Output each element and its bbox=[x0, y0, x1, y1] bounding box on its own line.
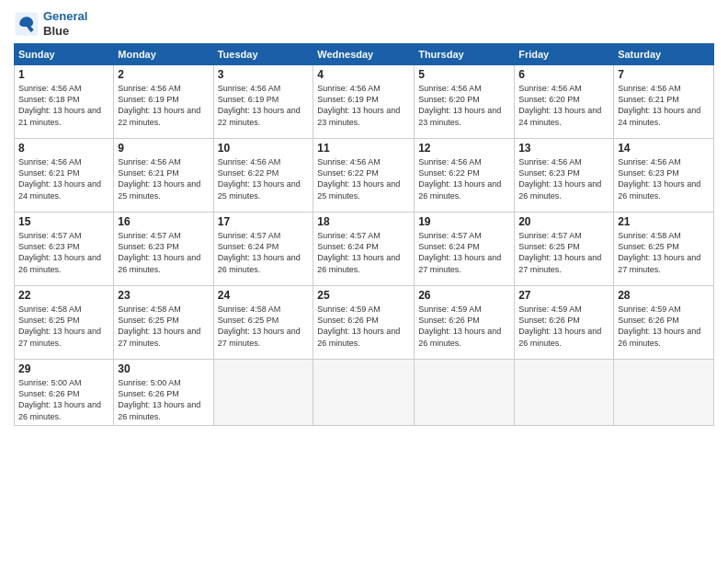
day-info: Sunrise: 4:56 AMSunset: 6:22 PMDaylight:… bbox=[218, 156, 310, 201]
day-cell: 1Sunrise: 4:56 AMSunset: 6:18 PMDaylight… bbox=[15, 65, 114, 139]
day-cell: 22Sunrise: 4:58 AMSunset: 6:25 PMDayligh… bbox=[15, 286, 114, 360]
header-row-days: SundayMondayTuesdayWednesdayThursdayFrid… bbox=[15, 44, 714, 65]
day-cell: 21Sunrise: 4:58 AMSunset: 6:25 PMDayligh… bbox=[614, 213, 714, 286]
logo-text: General Blue bbox=[43, 9, 87, 38]
header-tuesday: Tuesday bbox=[213, 44, 313, 65]
day-number: 15 bbox=[18, 215, 109, 228]
day-cell: 15Sunrise: 4:57 AMSunset: 6:23 PMDayligh… bbox=[15, 213, 114, 286]
day-info: Sunrise: 4:57 AMSunset: 6:24 PMDaylight:… bbox=[317, 230, 410, 275]
day-cell: 16Sunrise: 4:57 AMSunset: 6:23 PMDayligh… bbox=[114, 213, 213, 286]
day-number: 5 bbox=[418, 68, 510, 81]
day-number: 11 bbox=[317, 142, 410, 155]
day-info: Sunrise: 4:56 AMSunset: 6:19 PMDaylight:… bbox=[118, 83, 209, 128]
logo-icon bbox=[14, 11, 40, 37]
calendar-table: SundayMondayTuesdayWednesdayThursdayFrid… bbox=[14, 43, 714, 426]
day-cell: 12Sunrise: 4:56 AMSunset: 6:22 PMDayligh… bbox=[415, 139, 515, 213]
day-info: Sunrise: 4:59 AMSunset: 6:26 PMDaylight:… bbox=[317, 304, 410, 349]
day-cell: 8Sunrise: 4:56 AMSunset: 6:21 PMDaylight… bbox=[15, 139, 114, 213]
day-info: Sunrise: 4:56 AMSunset: 6:19 PMDaylight:… bbox=[317, 83, 410, 128]
day-cell: 27Sunrise: 4:59 AMSunset: 6:26 PMDayligh… bbox=[515, 286, 614, 360]
header-monday: Monday bbox=[114, 44, 213, 65]
day-cell: 23Sunrise: 4:58 AMSunset: 6:25 PMDayligh… bbox=[114, 286, 213, 360]
day-number: 28 bbox=[618, 289, 710, 302]
day-cell: 11Sunrise: 4:56 AMSunset: 6:22 PMDayligh… bbox=[313, 139, 415, 213]
day-cell bbox=[213, 360, 313, 426]
week-row-0: 1Sunrise: 4:56 AMSunset: 6:18 PMDaylight… bbox=[15, 65, 714, 139]
day-cell: 30Sunrise: 5:00 AMSunset: 6:26 PMDayligh… bbox=[114, 360, 213, 426]
day-info: Sunrise: 5:00 AMSunset: 6:26 PMDaylight:… bbox=[18, 377, 109, 422]
day-info: Sunrise: 4:58 AMSunset: 6:25 PMDaylight:… bbox=[218, 304, 310, 349]
day-number: 12 bbox=[418, 142, 510, 155]
day-cell: 2Sunrise: 4:56 AMSunset: 6:19 PMDaylight… bbox=[114, 65, 213, 139]
day-info: Sunrise: 4:58 AMSunset: 6:25 PMDaylight:… bbox=[18, 304, 109, 349]
day-info: Sunrise: 4:59 AMSunset: 6:26 PMDaylight:… bbox=[418, 304, 510, 349]
day-info: Sunrise: 4:56 AMSunset: 6:18 PMDaylight:… bbox=[18, 83, 109, 128]
header-friday: Friday bbox=[515, 44, 614, 65]
day-number: 6 bbox=[518, 68, 609, 81]
day-info: Sunrise: 4:56 AMSunset: 6:19 PMDaylight:… bbox=[218, 83, 310, 128]
day-number: 4 bbox=[317, 68, 410, 81]
header-saturday: Saturday bbox=[614, 44, 714, 65]
logo: General Blue bbox=[14, 9, 87, 38]
day-number: 23 bbox=[118, 289, 209, 302]
week-row-1: 8Sunrise: 4:56 AMSunset: 6:21 PMDaylight… bbox=[15, 139, 714, 213]
day-number: 26 bbox=[418, 289, 510, 302]
day-cell: 17Sunrise: 4:57 AMSunset: 6:24 PMDayligh… bbox=[213, 213, 313, 286]
day-number: 19 bbox=[418, 215, 510, 228]
day-info: Sunrise: 4:57 AMSunset: 6:24 PMDaylight:… bbox=[218, 230, 310, 275]
header-sunday: Sunday bbox=[15, 44, 114, 65]
day-cell: 18Sunrise: 4:57 AMSunset: 6:24 PMDayligh… bbox=[313, 213, 415, 286]
day-info: Sunrise: 4:56 AMSunset: 6:23 PMDaylight:… bbox=[618, 156, 710, 201]
day-number: 27 bbox=[518, 289, 609, 302]
day-cell: 5Sunrise: 4:56 AMSunset: 6:20 PMDaylight… bbox=[415, 65, 515, 139]
day-info: Sunrise: 4:56 AMSunset: 6:21 PMDaylight:… bbox=[618, 83, 710, 128]
day-cell bbox=[614, 360, 714, 426]
day-info: Sunrise: 5:00 AMSunset: 6:26 PMDaylight:… bbox=[118, 377, 209, 422]
day-cell: 26Sunrise: 4:59 AMSunset: 6:26 PMDayligh… bbox=[415, 286, 515, 360]
day-cell: 13Sunrise: 4:56 AMSunset: 6:23 PMDayligh… bbox=[515, 139, 614, 213]
day-number: 17 bbox=[218, 215, 310, 228]
day-number: 14 bbox=[618, 142, 710, 155]
day-cell: 3Sunrise: 4:56 AMSunset: 6:19 PMDaylight… bbox=[213, 65, 313, 139]
day-number: 24 bbox=[218, 289, 310, 302]
day-cell: 14Sunrise: 4:56 AMSunset: 6:23 PMDayligh… bbox=[614, 139, 714, 213]
day-number: 8 bbox=[18, 142, 109, 155]
day-cell: 25Sunrise: 4:59 AMSunset: 6:26 PMDayligh… bbox=[313, 286, 415, 360]
day-number: 20 bbox=[518, 215, 609, 228]
day-info: Sunrise: 4:57 AMSunset: 6:25 PMDaylight:… bbox=[518, 230, 609, 275]
day-info: Sunrise: 4:56 AMSunset: 6:22 PMDaylight:… bbox=[317, 156, 410, 201]
day-info: Sunrise: 4:56 AMSunset: 6:21 PMDaylight:… bbox=[18, 156, 109, 201]
day-cell bbox=[515, 360, 614, 426]
day-info: Sunrise: 4:58 AMSunset: 6:25 PMDaylight:… bbox=[618, 230, 710, 275]
header-thursday: Thursday bbox=[415, 44, 515, 65]
day-number: 13 bbox=[518, 142, 609, 155]
day-cell bbox=[415, 360, 515, 426]
day-number: 16 bbox=[118, 215, 209, 228]
day-number: 21 bbox=[618, 215, 710, 228]
day-cell bbox=[313, 360, 415, 426]
day-info: Sunrise: 4:56 AMSunset: 6:20 PMDaylight:… bbox=[518, 83, 609, 128]
day-info: Sunrise: 4:56 AMSunset: 6:22 PMDaylight:… bbox=[418, 156, 510, 201]
day-info: Sunrise: 4:59 AMSunset: 6:26 PMDaylight:… bbox=[518, 304, 609, 349]
day-number: 7 bbox=[618, 68, 710, 81]
day-info: Sunrise: 4:56 AMSunset: 6:20 PMDaylight:… bbox=[418, 83, 510, 128]
day-cell: 9Sunrise: 4:56 AMSunset: 6:21 PMDaylight… bbox=[114, 139, 213, 213]
day-number: 9 bbox=[118, 142, 209, 155]
day-number: 22 bbox=[18, 289, 109, 302]
day-info: Sunrise: 4:57 AMSunset: 6:24 PMDaylight:… bbox=[418, 230, 510, 275]
day-number: 10 bbox=[218, 142, 310, 155]
day-cell: 10Sunrise: 4:56 AMSunset: 6:22 PMDayligh… bbox=[213, 139, 313, 213]
day-number: 30 bbox=[118, 362, 209, 375]
week-row-2: 15Sunrise: 4:57 AMSunset: 6:23 PMDayligh… bbox=[15, 213, 714, 286]
day-cell: 6Sunrise: 4:56 AMSunset: 6:20 PMDaylight… bbox=[515, 65, 614, 139]
header-wednesday: Wednesday bbox=[313, 44, 415, 65]
day-cell: 28Sunrise: 4:59 AMSunset: 6:26 PMDayligh… bbox=[614, 286, 714, 360]
day-cell: 19Sunrise: 4:57 AMSunset: 6:24 PMDayligh… bbox=[415, 213, 515, 286]
header-row: General Blue bbox=[14, 9, 714, 38]
week-row-4: 29Sunrise: 5:00 AMSunset: 6:26 PMDayligh… bbox=[15, 360, 714, 426]
day-cell: 7Sunrise: 4:56 AMSunset: 6:21 PMDaylight… bbox=[614, 65, 714, 139]
day-cell: 20Sunrise: 4:57 AMSunset: 6:25 PMDayligh… bbox=[515, 213, 614, 286]
week-row-3: 22Sunrise: 4:58 AMSunset: 6:25 PMDayligh… bbox=[15, 286, 714, 360]
day-info: Sunrise: 4:59 AMSunset: 6:26 PMDaylight:… bbox=[618, 304, 710, 349]
day-info: Sunrise: 4:56 AMSunset: 6:21 PMDaylight:… bbox=[118, 156, 209, 201]
